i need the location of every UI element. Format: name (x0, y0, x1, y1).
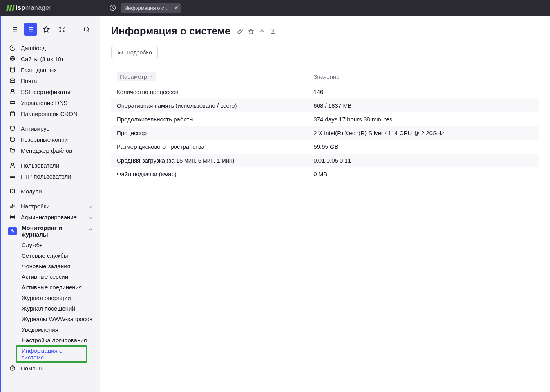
sysinfo-table: Параметр≡ Значение Количество процессов1… (111, 69, 539, 181)
sidebar-item-label: Мониторинг и журналы (22, 224, 83, 238)
svg-point-2 (63, 27, 64, 28)
server-icon (9, 213, 16, 220)
sidebar-item-dns[interactable]: Управление DNS (1, 97, 100, 108)
close-icon[interactable]: ✕ (174, 5, 179, 11)
sidebar-item-monitoring[interactable]: Мониторинг и журналы⌃ (1, 222, 100, 240)
table-row[interactable]: Средняя загрузка (за 15 мин, 5 мин, 1 ми… (111, 154, 539, 167)
cell-param: Средняя загрузка (за 15 мин, 5 мин, 1 ми… (111, 154, 308, 167)
puzzle-icon (9, 188, 16, 195)
sliders-icon (9, 202, 16, 210)
sidebar-item-label: Антивирус (21, 125, 49, 132)
svg-point-5 (84, 27, 89, 31)
submenu-bgjobs[interactable]: Фоновые задания (1, 261, 100, 271)
submenu-sessions[interactable]: Активные сессии (1, 271, 100, 282)
detail-button[interactable]: Подробно (111, 46, 158, 59)
lock-icon (9, 88, 16, 95)
main-content: Информация о системе Подробно Параметр≡ … (100, 16, 550, 392)
sidebar-item-sites[interactable]: Сайты (3 из 10) (1, 53, 100, 64)
svg-point-12 (11, 163, 13, 165)
dns-icon (9, 99, 16, 106)
sidebar: Дашборд Сайты (3 из 10) Базы данных Почт… (1, 16, 100, 392)
external-icon[interactable] (270, 28, 277, 35)
sidebar-item-cron[interactable]: Планировщик CRON (1, 108, 100, 119)
svg-point-4 (63, 31, 64, 32)
star-icon[interactable] (248, 28, 255, 35)
submenu-visitlog[interactable]: Журнал посещений (1, 303, 100, 314)
sidebar-item-settings[interactable]: Настройки⌄ (1, 201, 100, 211)
sidebar-item-mail[interactable]: Почта (1, 75, 100, 86)
sidebar-item-ftp[interactable]: FTP-пользователи (1, 171, 100, 182)
pin-icon[interactable] (259, 28, 266, 35)
submenu-oplog[interactable]: Журнал операций (1, 293, 100, 303)
sidebar-item-modules[interactable]: Модули (1, 186, 100, 197)
cell-param: Количество процессов (111, 85, 308, 99)
sidebar-item-dashboard[interactable]: Дашборд (1, 42, 100, 53)
sidebar-item-antivirus[interactable]: Антивирус (1, 123, 100, 134)
cell-param: Оперативная память (использовано / всего… (111, 99, 308, 112)
history-icon[interactable] (108, 3, 118, 13)
tab-system-info[interactable]: Информация о сис... ✕ (121, 3, 181, 13)
cell-param: Процессор (111, 126, 308, 140)
svg-point-7 (11, 67, 15, 69)
submenu-logging[interactable]: Настройка логирования (1, 335, 100, 345)
submenu-notifications[interactable]: Уведомления (1, 324, 100, 335)
cell-value: 146 (308, 85, 539, 99)
table-row[interactable]: Оперативная память (использовано / всего… (111, 99, 539, 112)
chevron-down-icon: ⌄ (88, 202, 93, 210)
submenu-connections[interactable]: Активные соединения (1, 282, 100, 293)
sidebar-item-users[interactable]: Пользователи (1, 160, 100, 171)
table-row[interactable]: Количество процессов146 (111, 85, 539, 99)
sidebar-item-db[interactable]: Базы данных (1, 64, 100, 75)
mail-icon (9, 77, 16, 84)
table-row[interactable]: Процессор2 X Intel(R) Xeon(R) Silver 411… (111, 126, 539, 140)
sidebar-item-label: Почта (21, 78, 37, 84)
cell-value: 0.01 0.05 0.11 (308, 154, 539, 167)
cell-param: Продолжительность работы (111, 112, 308, 126)
link-icon[interactable] (237, 28, 244, 35)
globe-icon (9, 55, 16, 62)
sidebar-item-help[interactable]: Помощь (1, 363, 100, 374)
database-icon (9, 66, 16, 73)
sidebar-item-label: Помощь (21, 365, 43, 372)
svg-point-21 (118, 52, 120, 54)
search-icon[interactable] (80, 23, 93, 36)
sidebar-item-label: Администрирование (21, 214, 77, 220)
table-row[interactable]: Размер дискового пространства59.95 GB (111, 140, 539, 154)
hamburger-icon[interactable] (8, 23, 22, 36)
glasses-icon (117, 49, 123, 56)
sidebar-item-label: Пользователи (21, 162, 59, 169)
submenu-sysinfo[interactable]: Информация о системе (16, 345, 87, 363)
svg-rect-10 (10, 101, 15, 103)
sort-icon: ≡ (149, 73, 153, 80)
brand-logo: ispmanager (3, 4, 105, 11)
svg-point-16 (14, 206, 15, 207)
list-view-icon[interactable] (24, 23, 37, 36)
submenu-netservices[interactable]: Сетевые службы (1, 250, 100, 261)
sidebar-item-admin[interactable]: Администрирование⌄ (1, 211, 100, 222)
submenu-wwwlog[interactable]: Журналы WWW-запросов (1, 314, 100, 324)
sidebar-item-label: Менеджер файлов (21, 147, 72, 154)
svg-point-3 (60, 31, 61, 32)
table-row[interactable]: Файл подкачки (swap)0 MB (111, 167, 539, 181)
col-param-header[interactable]: Параметр≡ (111, 69, 308, 85)
sidebar-item-filemanager[interactable]: Менеджер файлов (1, 145, 100, 156)
sidebar-item-backup[interactable]: Резервные копии (1, 134, 100, 145)
cell-value: 59.95 GB (308, 140, 539, 154)
svg-point-14 (11, 206, 12, 208)
sidebar-item-ssl[interactable]: SSL-сертификаты (1, 86, 100, 97)
svg-rect-17 (10, 215, 15, 217)
shield-icon (9, 125, 16, 132)
table-row[interactable]: Продолжительность работы374 days 17 hour… (111, 112, 539, 126)
chevron-down-icon: ⌄ (88, 213, 93, 220)
brand-bars-icon (7, 5, 14, 11)
svg-rect-18 (10, 217, 15, 219)
calendar-icon (9, 110, 16, 117)
cell-value: 0 MB (308, 167, 539, 181)
apps-icon[interactable] (55, 23, 69, 36)
activity-icon (8, 227, 17, 235)
col-value-header[interactable]: Значение (308, 69, 539, 85)
sidebar-item-label: SSL-сертификаты (21, 89, 70, 95)
submenu-services[interactable]: Службы (1, 240, 100, 250)
sidebar-item-label: Планировщик CRON (21, 110, 78, 117)
star-icon[interactable] (40, 23, 53, 36)
